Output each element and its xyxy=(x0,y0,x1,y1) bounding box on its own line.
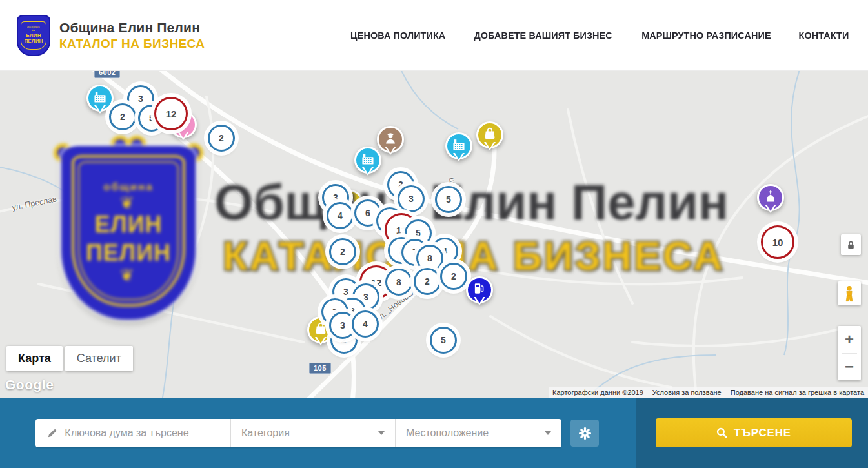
cluster-count: 5 xyxy=(416,228,421,238)
fuel-pin-marker[interactable] xyxy=(466,276,493,303)
bag-pin-marker[interactable] xyxy=(476,121,503,148)
cluster-count: 2 xyxy=(340,247,345,257)
map-type-control: Карта Сателит xyxy=(6,346,133,371)
location-select[interactable]: Местоположение xyxy=(396,419,561,447)
cluster-count: 2 xyxy=(219,133,224,143)
map-type-map-button[interactable]: Карта xyxy=(6,346,63,371)
search-bar: Категория Местоположение xyxy=(0,398,868,468)
factory-icon xyxy=(452,138,465,154)
emblem-line1: ЕЛИН xyxy=(26,32,41,38)
page: община ❧ ЕЛИН ПЕЛИН Община Елин Пелин КА… xyxy=(0,0,868,468)
main-nav: ЦЕНОВА ПОЛИТИКА ДОБАВЕТЕ ВАШИЯТ БИЗНЕС М… xyxy=(348,30,850,41)
category-select[interactable]: Категория xyxy=(231,419,396,447)
cluster-count: 10 xyxy=(772,237,783,248)
keyword-cell xyxy=(35,419,231,447)
church-pin-marker[interactable] xyxy=(757,184,784,211)
advanced-search-button[interactable] xyxy=(570,420,599,447)
cluster-count: 6 xyxy=(365,208,370,218)
zoom-control: + − xyxy=(838,326,861,380)
chevron-down-icon xyxy=(545,431,551,435)
cluster-count: 5 xyxy=(446,194,451,205)
chevron-down-icon xyxy=(378,431,385,435)
factory-pin-marker[interactable] xyxy=(445,132,472,159)
cluster-count: 8 xyxy=(396,277,401,287)
streetview-lock-button[interactable] xyxy=(841,234,861,255)
cluster-count: 3 xyxy=(333,192,338,203)
cluster-count: 2 xyxy=(451,271,456,281)
cluster-marker[interactable]: 10 xyxy=(761,225,794,259)
location-select-value: Местоположение xyxy=(406,427,489,439)
worker-pin-marker[interactable] xyxy=(377,126,404,153)
search-icon xyxy=(716,427,727,438)
search-submit-button[interactable]: ТЪРСЕНЕ xyxy=(656,418,852,447)
cluster-marker[interactable]: 12 xyxy=(154,97,188,130)
cluster-count: 3 xyxy=(138,94,143,104)
google-logo[interactable]: Google xyxy=(5,377,54,392)
category-select-value: Категория xyxy=(241,427,290,439)
cluster-marker[interactable]: 2 xyxy=(414,268,441,295)
cluster-count: 4 xyxy=(338,210,343,221)
attribution-report-error-link[interactable]: Подаване на сигнал за грешка в картата xyxy=(731,389,864,396)
cluster-marker[interactable]: 2 xyxy=(208,125,235,152)
nav-item-pricing[interactable]: ЦЕНОВА ПОЛИТИКА xyxy=(350,30,445,41)
cluster-count: 2 xyxy=(120,112,125,122)
fuel-icon xyxy=(473,282,486,298)
emblem-line2: ПЕЛИН xyxy=(24,38,43,44)
pencil-icon xyxy=(47,428,57,439)
municipality-emblem-icon: община ❧ ЕЛИН ПЕЛИН xyxy=(17,15,50,56)
cluster-count: 3 xyxy=(343,287,348,297)
bag-icon xyxy=(483,127,496,143)
site-logo[interactable]: община ❧ ЕЛИН ПЕЛИН Община Елин Пелин КА… xyxy=(17,15,205,56)
nav-item-contacts[interactable]: КОНТАКТИ xyxy=(799,30,849,41)
cluster-marker[interactable]: 5 xyxy=(430,327,457,354)
cluster-marker[interactable]: 5 xyxy=(435,186,462,213)
factory-icon xyxy=(94,90,106,106)
google-map[interactable]: 325122323546713522748128223383234510ул. … xyxy=(0,71,868,398)
map-attribution: Картографски данни ©2019 Условия за полз… xyxy=(549,387,868,398)
cluster-count: 3 xyxy=(363,292,368,302)
cluster-count: 3 xyxy=(340,320,345,331)
lock-icon xyxy=(846,240,856,250)
attribution-terms-link[interactable]: Условия за ползване xyxy=(652,389,722,396)
search-button-label: ТЪРСЕНЕ xyxy=(734,427,791,440)
site-header: община ❧ ЕЛИН ПЕЛИН Община Елин Пелин КА… xyxy=(0,0,868,71)
road-number-badge: 105 xyxy=(309,363,331,374)
nav-item-route-schedule[interactable]: МАРШРУТНО РАЗПИСАНИЕ xyxy=(641,30,771,41)
worker-icon xyxy=(384,132,397,147)
nav-item-add-business[interactable]: ДОБАВЕТЕ ВАШИЯТ БИЗНЕС xyxy=(474,30,612,41)
bag-icon xyxy=(314,322,327,338)
street-label: ул. Преслав xyxy=(11,194,57,212)
cluster-count: 3 xyxy=(409,194,414,204)
cluster-count: 12 xyxy=(166,108,177,119)
cluster-marker[interactable]: 2 xyxy=(329,238,356,265)
zoom-out-button[interactable]: − xyxy=(838,353,861,380)
site-title: Община Елин Пелин xyxy=(59,20,205,36)
cluster-marker[interactable]: 2 xyxy=(440,263,467,290)
keyword-search-input[interactable] xyxy=(65,427,224,439)
site-subtitle: КАТАЛОГ НА БИЗНЕСА xyxy=(59,37,205,51)
attribution-copyright: Картографски данни ©2019 xyxy=(552,389,643,396)
cluster-count: 5 xyxy=(441,335,446,345)
cluster-marker[interactable]: 3 xyxy=(398,185,425,212)
map-type-satellite-button[interactable]: Сателит xyxy=(65,346,133,371)
road-number-badge: 6002 xyxy=(94,71,120,78)
cluster-count: 2 xyxy=(425,276,430,287)
zoom-in-button[interactable]: + xyxy=(838,326,861,353)
factory-icon xyxy=(361,152,374,168)
church-icon xyxy=(764,190,777,205)
cluster-marker[interactable]: 4 xyxy=(327,202,354,229)
cluster-marker[interactable]: 4 xyxy=(352,310,379,338)
cluster-count: 5 xyxy=(149,113,154,123)
pegman-button[interactable] xyxy=(838,281,861,305)
pegman-icon xyxy=(842,285,856,302)
cluster-count: 4 xyxy=(363,319,368,329)
factory-pin-marker[interactable] xyxy=(86,85,114,112)
gear-icon xyxy=(578,427,592,440)
search-inputs-group: Категория Местоположение xyxy=(35,419,561,447)
cluster-marker[interactable]: 8 xyxy=(385,269,412,296)
cluster-count: 8 xyxy=(427,253,432,263)
cluster-marker[interactable]: 2 xyxy=(109,103,136,130)
factory-pin-marker[interactable] xyxy=(354,147,381,174)
